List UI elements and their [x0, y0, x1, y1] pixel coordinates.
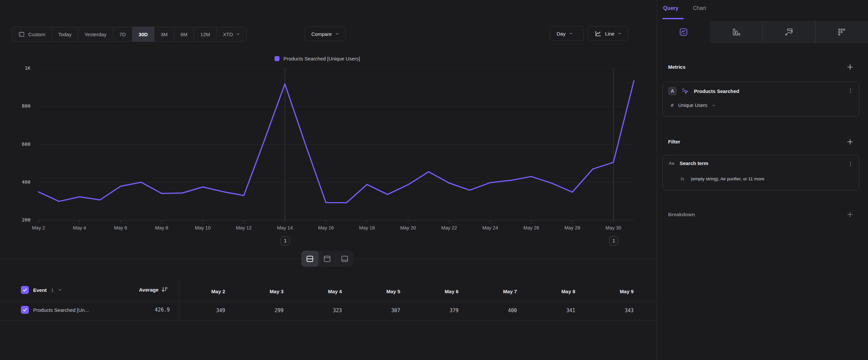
filter-kebab-menu[interactable] [846, 160, 855, 168]
filter-operator[interactable]: Is [681, 176, 684, 181]
event-label[interactable]: Event [33, 287, 47, 293]
table-column-header: May 6 [401, 288, 459, 294]
table-column-header: May 9 [576, 288, 634, 294]
x-tick-label: May 16 [311, 225, 341, 230]
annotation-badge[interactable]: 1 [609, 236, 618, 245]
table-cell: 323 [284, 307, 342, 313]
table-cell: 379 [401, 307, 459, 313]
date-range-custom[interactable]: Custom [12, 27, 52, 41]
y-tick-label: 800 [0, 103, 31, 109]
table-column-header: May 5 [342, 288, 401, 294]
table-column-header: May 2 [179, 288, 226, 294]
x-tick-label: May 24 [475, 225, 505, 230]
add-metric-button[interactable] [846, 63, 854, 71]
tab-query[interactable]: Query [663, 5, 678, 11]
add-breakdown-button[interactable] [846, 211, 854, 219]
layout-table-view-button[interactable] [336, 251, 353, 267]
series-name: Products Searched [Un... [33, 307, 89, 313]
metric-name[interactable]: Products Searched [694, 88, 739, 94]
x-tick-label: May 30 [598, 225, 628, 230]
table-cell: 400 [459, 307, 518, 313]
y-tick-label: 1K [0, 65, 31, 71]
chart-canvas [38, 68, 634, 220]
aggregation-selector[interactable]: Unique Users [678, 103, 707, 108]
filter-card[interactable]: Aa Search term Is (empty string), Air pu… [662, 155, 859, 190]
average-column-header[interactable]: Average [110, 286, 168, 293]
tab-insights-active[interactable] [657, 21, 710, 43]
x-tick-label: May 6 [106, 225, 135, 230]
chevron-down-icon[interactable] [712, 104, 715, 107]
sort-icon[interactable] [161, 286, 168, 293]
table-cell: 299 [226, 307, 284, 313]
tab-funnels[interactable] [710, 21, 762, 43]
chart-type-button[interactable]: Line [588, 26, 628, 41]
x-tick-label: May 12 [229, 225, 258, 230]
line-chart-icon [594, 30, 602, 37]
x-tick-label: May 2 [24, 225, 53, 230]
date-range-12m[interactable]: 12M [194, 27, 217, 41]
date-range-yesterday[interactable]: Yesterday [78, 27, 113, 41]
compare-button[interactable]: Compare [305, 27, 346, 41]
annotation-badge[interactable]: 1 [280, 236, 290, 245]
date-range-3m[interactable]: 3M [155, 27, 175, 41]
tab-retention[interactable] [815, 21, 868, 43]
event-pointer-icon [681, 87, 689, 95]
date-range-6m[interactable]: 6M [174, 27, 194, 41]
property-type-icon: Aa [669, 161, 674, 166]
report-type-tabs [657, 21, 868, 43]
chevron-down-icon[interactable] [58, 288, 62, 292]
table-column-header: May 3 [226, 288, 284, 294]
table-date-values: 349299323307379400341343 [179, 301, 634, 320]
aggregation-symbol: # [671, 103, 673, 108]
granularity-button[interactable]: Day [550, 26, 584, 41]
table-row: Products Searched [Un... [21, 306, 89, 314]
x-tick-label: May 26 [516, 225, 546, 230]
panel-divider [657, 0, 657, 360]
flows-icon [784, 28, 794, 36]
x-tick-label: May 20 [393, 225, 423, 230]
chevron-down-icon [618, 32, 622, 35]
inactive-report-tabs [710, 21, 868, 43]
y-tick-label: 600 [0, 141, 31, 147]
date-range-7d[interactable]: 7D [113, 27, 132, 41]
date-range-today[interactable]: Today [52, 27, 78, 41]
chevron-down-icon [335, 32, 339, 36]
date-range-toolbar: Custom Today Yesterday 7D 30D 3M 6M 12M … [11, 27, 247, 42]
tab-chart[interactable]: Chart [693, 5, 706, 11]
layout-split-view-button[interactable] [301, 251, 319, 267]
average-value: 426.9 [110, 306, 170, 314]
filter-value[interactable]: (empty string), Air purifier, or 11 more [691, 176, 765, 181]
plus-icon [846, 63, 854, 71]
calendar-icon [18, 31, 25, 37]
filter-property-name[interactable]: Search term [680, 160, 709, 166]
table-cell: 343 [576, 307, 634, 313]
chart-legend[interactable]: Products Searched [Unique Users] [275, 56, 360, 61]
date-range-xtd[interactable]: XTD [217, 27, 246, 41]
series-checkbox[interactable] [21, 306, 29, 314]
y-tick-label: 400 [0, 179, 31, 185]
plus-icon [846, 138, 854, 145]
table-column-header: May 7 [459, 288, 518, 294]
date-range-30d-selected[interactable]: 30D [132, 27, 155, 41]
chevron-down-icon [236, 32, 240, 36]
retention-icon [837, 28, 846, 36]
metric-kebab-menu[interactable] [846, 87, 855, 95]
x-tick-label: May 10 [188, 225, 217, 230]
table-event-header: Event 1 [21, 286, 62, 294]
add-filter-button[interactable] [846, 138, 854, 146]
legend-label: Products Searched [Unique Users] [283, 56, 360, 61]
table-view-icon [341, 255, 349, 263]
metrics-section-title: Metrics [668, 64, 686, 70]
chart-view-icon [323, 255, 331, 263]
tab-flows[interactable] [762, 21, 815, 43]
event-checkbox[interactable] [21, 286, 29, 294]
metric-letter-badge: A [668, 87, 677, 95]
insights-icon [679, 28, 688, 36]
date-range-label: Custom [28, 32, 45, 37]
x-tick-label: May 22 [434, 225, 464, 230]
y-tick-label: 200 [0, 217, 31, 222]
metric-card[interactable]: A Products Searched # Unique Users [662, 82, 859, 117]
layout-chart-view-button[interactable] [319, 251, 336, 267]
kebab-icon [847, 161, 854, 167]
line-chart[interactable]: May 2May 4May 6May 8May 10May 12May 14Ma… [38, 68, 634, 220]
